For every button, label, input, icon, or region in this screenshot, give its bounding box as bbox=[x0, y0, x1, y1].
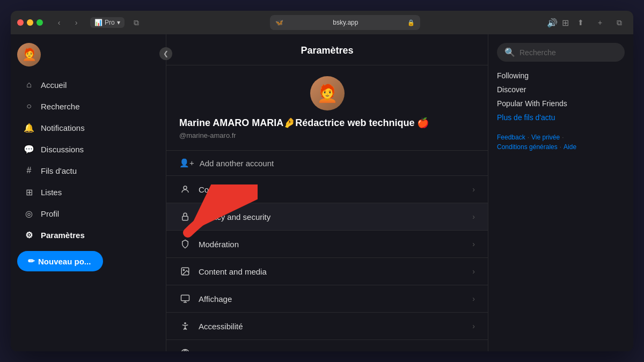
bell-icon: 🔔 bbox=[24, 122, 34, 133]
svg-point-0 bbox=[184, 186, 187, 189]
profile-avatar[interactable]: 🧑‍🦰 bbox=[310, 76, 345, 110]
profile-name: Marine AMARO MARIA🤌Rédactrice web techni… bbox=[179, 117, 429, 129]
back-button[interactable]: ‹ bbox=[52, 15, 67, 30]
accessibility-icon bbox=[179, 320, 191, 332]
sidebar-item-notifications[interactable]: 🔔 Notifications bbox=[17, 118, 159, 137]
sidebar-item-profil[interactable]: ◎ Profil bbox=[17, 204, 159, 223]
address-bar[interactable]: 🦋 bsky.app 🔒 bbox=[270, 15, 420, 30]
traffic-lights bbox=[17, 19, 43, 26]
browser-titlebar: ‹ › 📊 Pro ▾ ⧉ 🦋 bsky.app 🔒 🔊 ⊞ ⬆ + ⧉ bbox=[11, 11, 633, 34]
feedback-link[interactable]: Feedback bbox=[497, 134, 525, 141]
menu-item-accessibilite[interactable]: Accessibilité › bbox=[166, 313, 488, 340]
chevron-right-icon: › bbox=[472, 240, 475, 248]
profile-avatar-image: 🧑‍🦰 bbox=[317, 83, 338, 104]
pro-badge[interactable]: 📊 Pro ▾ bbox=[90, 17, 125, 28]
avatar[interactable]: 🧑‍🦰 bbox=[17, 43, 41, 67]
sidebar-item-label: Listes bbox=[41, 188, 62, 197]
chevron-right-icon: › bbox=[472, 322, 475, 330]
menu-item-label: Compte bbox=[199, 185, 465, 194]
profile-handle: @marine-amaro.fr bbox=[179, 131, 236, 139]
sidebar-item-label: Accueil bbox=[41, 80, 67, 90]
edit-icon: ✏ bbox=[28, 256, 35, 266]
search-icon: ○ bbox=[24, 101, 34, 112]
new-tab-button[interactable]: + bbox=[592, 15, 608, 30]
image-icon bbox=[179, 265, 191, 277]
new-post-label: Nouveau po... bbox=[38, 257, 91, 266]
menu-item-langues[interactable]: Langues › bbox=[166, 340, 488, 351]
svg-point-5 bbox=[185, 323, 186, 324]
right-sidebar: 🔍 Following Discover Popular With Friend… bbox=[488, 34, 633, 351]
sidebar-item-label: Fils d'actu bbox=[41, 166, 77, 175]
share-button[interactable]: ⬆ bbox=[573, 15, 588, 30]
list-icon: ⊞ bbox=[24, 187, 34, 197]
menu-item-moderation[interactable]: Modération › bbox=[166, 231, 488, 258]
chevron-right-icon: › bbox=[472, 294, 475, 303]
navigation-controls: ‹ › bbox=[52, 15, 84, 30]
search-input[interactable] bbox=[519, 48, 617, 57]
chevron-right-icon: › bbox=[472, 267, 475, 276]
svg-rect-1 bbox=[182, 217, 188, 221]
new-post-button[interactable]: ✏ Nouveau po... bbox=[17, 251, 103, 271]
sound-icon[interactable]: 🔊 bbox=[547, 18, 558, 28]
sidebar-item-recherche[interactable]: ○ Recherche bbox=[17, 97, 159, 116]
sidebar-item-accueil[interactable]: ⌂ Accueil bbox=[17, 75, 159, 94]
profile-icon: ◎ bbox=[24, 208, 34, 219]
sidebar-item-parametres[interactable]: ⚙ Paramètres bbox=[17, 225, 159, 245]
right-sidebar-links: Following Discover Popular With Friends … bbox=[497, 70, 625, 123]
search-icon: 🔍 bbox=[504, 47, 515, 57]
main-content: Paramètres 🧑‍🦰 Marine AMARO MARIA🤌Rédact… bbox=[166, 34, 488, 351]
search-bar[interactable]: 🔍 bbox=[497, 43, 625, 62]
chevron-right-icon: › bbox=[472, 349, 475, 351]
menu-item-label: Modération bbox=[199, 240, 465, 249]
following-link[interactable]: Following bbox=[497, 70, 625, 81]
discover-link[interactable]: Discover bbox=[497, 84, 625, 95]
chart-icon: 📊 bbox=[94, 19, 103, 26]
minimize-button[interactable] bbox=[27, 19, 33, 26]
collapse-sidebar-button[interactable]: ❮ bbox=[159, 47, 172, 60]
pro-label: Pro bbox=[105, 19, 115, 26]
chevron-right-icon: › bbox=[472, 212, 475, 221]
svg-point-3 bbox=[183, 270, 184, 271]
sidebar-item-listes[interactable]: ⊞ Listes bbox=[17, 182, 159, 202]
avatar-image: 🧑‍🦰 bbox=[22, 48, 36, 62]
browser-right-controls: 🔊 ⊞ ⬆ + ⧉ bbox=[547, 15, 627, 30]
sidebar-item-discussions[interactable]: 💬 Discussions bbox=[17, 139, 159, 159]
sidebar-item-label: Discussions bbox=[41, 145, 84, 154]
home-icon: ⌂ bbox=[24, 79, 34, 90]
forward-button[interactable]: › bbox=[69, 15, 84, 30]
profile-section: 🧑‍🦰 Marine AMARO MARIA🤌Rédactrice web te… bbox=[166, 65, 488, 151]
more-feeds-link[interactable]: Plus de fils d'actu bbox=[497, 112, 625, 123]
sidebar-item-label: Profil bbox=[41, 209, 59, 218]
chat-icon: 💬 bbox=[24, 144, 34, 154]
reader-icon[interactable]: ⊞ bbox=[562, 18, 569, 28]
menu-item-affichage[interactable]: Affichage › bbox=[166, 285, 488, 313]
menu-item-compte[interactable]: Compte › bbox=[166, 176, 488, 203]
svg-rect-4 bbox=[181, 295, 189, 301]
feed-icon: # bbox=[24, 165, 34, 176]
menu-item-label: Affichage bbox=[199, 294, 465, 304]
lock-icon bbox=[179, 211, 191, 223]
sidebar-item-label: Notifications bbox=[41, 123, 85, 132]
page-header: Paramètres bbox=[166, 34, 488, 65]
chevron-right-icon: › bbox=[472, 185, 475, 194]
display-icon bbox=[179, 293, 191, 305]
globe-icon bbox=[179, 348, 191, 351]
privacy-link[interactable]: Vie privée bbox=[531, 134, 560, 141]
tab-overview-button[interactable]: ⧉ bbox=[612, 15, 627, 30]
sidebar-toggle-button[interactable]: ⧉ bbox=[129, 15, 144, 30]
menu-item-privacy[interactable]: Privacy and security › bbox=[166, 203, 488, 231]
lock-icon: 🔒 bbox=[407, 19, 415, 26]
close-button[interactable] bbox=[17, 19, 24, 26]
sidebar-item-fils[interactable]: # Fils d'actu bbox=[17, 161, 159, 180]
add-account-button[interactable]: 👤+ Add another account bbox=[166, 151, 488, 176]
url-text: bsky.app bbox=[287, 19, 404, 26]
help-link[interactable]: Aide bbox=[564, 143, 576, 151]
favicon-icon: 🦋 bbox=[275, 19, 283, 26]
menu-item-label: Accessibilité bbox=[199, 322, 465, 331]
popular-with-friends-link[interactable]: Popular With Friends bbox=[497, 98, 625, 109]
add-person-icon: 👤+ bbox=[179, 158, 194, 168]
terms-link[interactable]: Conditions générales bbox=[497, 143, 558, 151]
menu-item-content[interactable]: Content and media › bbox=[166, 258, 488, 285]
menu-item-label: Langues bbox=[199, 349, 465, 351]
maximize-button[interactable] bbox=[36, 19, 43, 26]
